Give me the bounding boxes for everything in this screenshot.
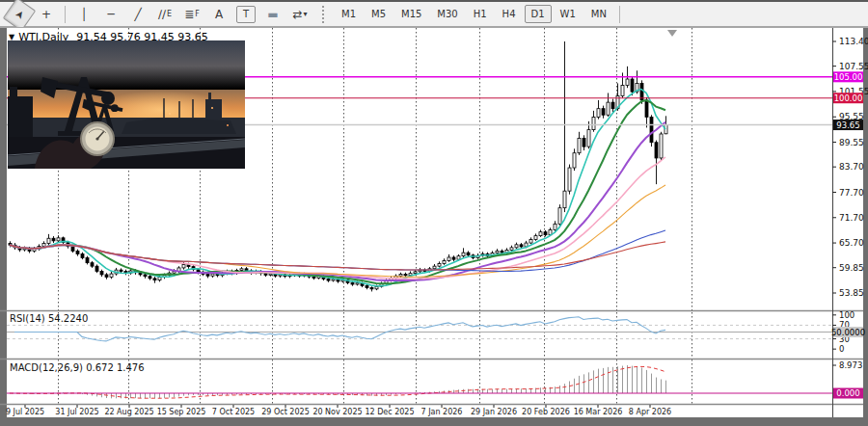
svg-text:50.0000: 50.0000 xyxy=(831,328,865,337)
mt4-chart-window: ➤+│─╱∕∕E≣FAT▬⇄▾M1M5M15M30H1H4D1W1MN 113.… xyxy=(0,0,868,426)
svg-text:12 Dec 2025: 12 Dec 2025 xyxy=(365,408,414,416)
svg-text:7 Oct 2025: 7 Oct 2025 xyxy=(212,408,255,416)
svg-text:93.65: 93.65 xyxy=(836,120,859,130)
article-photo xyxy=(8,40,245,169)
svg-text:0: 0 xyxy=(839,344,844,354)
svg-text:53.85: 53.85 xyxy=(839,288,864,298)
svg-text:100.00: 100.00 xyxy=(834,93,863,103)
svg-text:20 Nov 2025: 20 Nov 2025 xyxy=(312,408,362,416)
svg-text:29 Oct 2025: 29 Oct 2025 xyxy=(261,408,309,416)
svg-text:71.70: 71.70 xyxy=(839,213,864,223)
price-badge-105.00: 105.00 xyxy=(833,71,863,82)
svg-text:9 Jul 2025: 9 Jul 2025 xyxy=(6,408,44,416)
svg-text:100: 100 xyxy=(839,310,854,320)
svg-text:83.70: 83.70 xyxy=(839,162,864,172)
svg-text:105.00: 105.00 xyxy=(834,72,863,82)
svg-text:113.40: 113.40 xyxy=(839,37,868,46)
macd-badge-zero: 0.000 xyxy=(833,388,863,399)
svg-text:7 Jan 2026: 7 Jan 2026 xyxy=(421,408,463,416)
rsi-indicator-label: RSI(14) 54.2240 xyxy=(10,313,88,324)
svg-text:89.55: 89.55 xyxy=(839,138,864,147)
rsi-badge-50: 50.0000 xyxy=(831,327,865,337)
window-bottom-border xyxy=(0,417,868,426)
price-badge-100.00: 100.00 xyxy=(833,93,863,103)
svg-text:77.70: 77.70 xyxy=(839,188,864,198)
svg-text:15 Sep 2025: 15 Sep 2025 xyxy=(157,408,206,416)
svg-text:22 Aug 2025: 22 Aug 2025 xyxy=(104,408,153,416)
svg-text:20 Feb 2026: 20 Feb 2026 xyxy=(522,408,570,416)
svg-text:29 Jan 2026: 29 Jan 2026 xyxy=(471,408,517,416)
svg-text:8.973: 8.973 xyxy=(839,360,862,370)
svg-text:59.85: 59.85 xyxy=(839,263,864,273)
svg-text:8 Apr 2026: 8 Apr 2026 xyxy=(629,408,671,416)
macd-indicator-label: MACD(12,26,9) 0.672 1.476 xyxy=(10,362,145,373)
svg-text:16 Mar 2026: 16 Mar 2026 xyxy=(574,408,623,416)
svg-text:65.70: 65.70 xyxy=(839,238,864,248)
svg-text:0.000: 0.000 xyxy=(836,388,859,398)
svg-text:31 Jul 2025: 31 Jul 2025 xyxy=(55,408,98,416)
price-badge-93.65: 93.65 xyxy=(833,120,863,130)
svg-text:107.55: 107.55 xyxy=(839,62,868,71)
